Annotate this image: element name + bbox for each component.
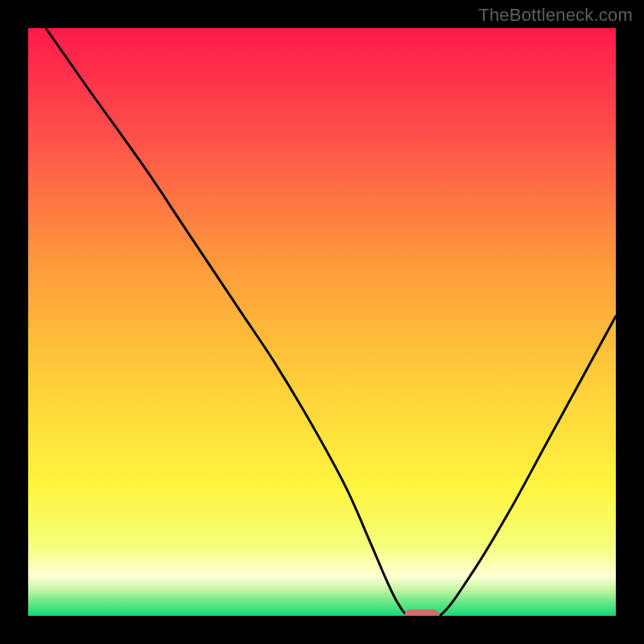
watermark-text: TheBottleneck.com <box>478 5 633 26</box>
chart-frame: TheBottleneck.com <box>0 0 644 644</box>
optimum-marker <box>404 609 440 616</box>
plot-background <box>28 28 616 616</box>
bottleneck-plot <box>28 28 616 616</box>
